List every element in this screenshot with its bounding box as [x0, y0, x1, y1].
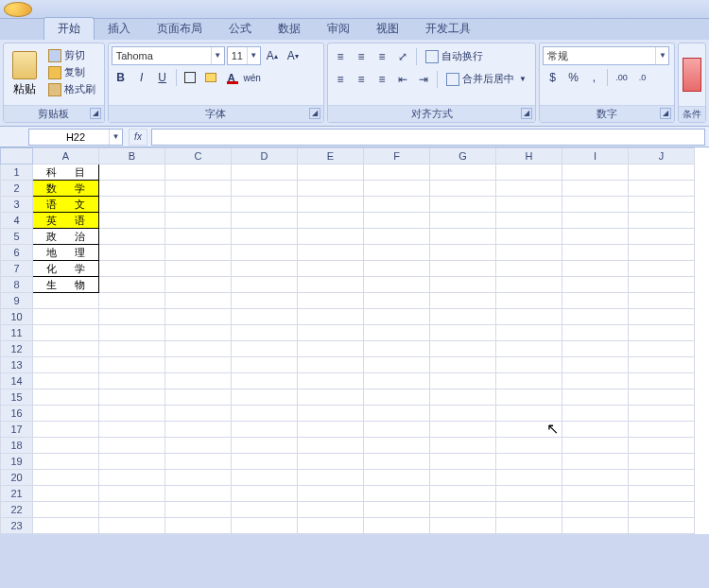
cell-A5[interactable]: 政 治	[33, 229, 99, 245]
cell-B7[interactable]	[99, 261, 165, 277]
cell-F23[interactable]	[364, 518, 430, 534]
cell-D15[interactable]	[232, 389, 298, 406]
cell-E14[interactable]	[298, 373, 364, 389]
cell-A23[interactable]	[33, 518, 99, 534]
cell-C3[interactable]	[165, 197, 232, 213]
row-header-10[interactable]: 10	[1, 309, 33, 325]
cell-F10[interactable]	[364, 309, 430, 325]
cell-G5[interactable]	[430, 229, 496, 245]
cell-C16[interactable]	[165, 406, 232, 422]
cell-G18[interactable]	[430, 438, 496, 454]
row-header-16[interactable]: 16	[1, 406, 33, 422]
cell-G2[interactable]	[430, 181, 496, 197]
row-header-3[interactable]: 3	[1, 197, 33, 213]
row-header-7[interactable]: 7	[1, 261, 33, 277]
cell-H10[interactable]	[496, 309, 562, 325]
cell-C5[interactable]	[165, 229, 232, 245]
tab-视图[interactable]: 视图	[363, 18, 412, 40]
cell-C1[interactable]	[165, 164, 232, 181]
cell-H3[interactable]	[496, 197, 562, 213]
wrap-text-button[interactable]: 自动换行	[421, 46, 488, 66]
dialog-launcher-icon[interactable]: ◢	[521, 108, 532, 119]
worksheet[interactable]: ABCDEFGHIJ1科 目2数 学3语 文4英 语5政 治6地 理7化 学8生…	[0, 147, 709, 534]
cell-A12[interactable]	[33, 341, 99, 357]
align-left-button[interactable]: ≡	[331, 70, 350, 89]
cell-H2[interactable]	[496, 181, 562, 197]
cell-D22[interactable]	[232, 502, 298, 518]
column-header-B[interactable]: B	[99, 148, 165, 164]
column-header-F[interactable]: F	[364, 148, 430, 164]
cell-F5[interactable]	[364, 229, 430, 245]
decrease-indent-button[interactable]: ⇤	[393, 70, 412, 89]
cell-A19[interactable]	[33, 454, 99, 470]
cell-I13[interactable]	[562, 357, 629, 373]
office-button[interactable]	[4, 2, 32, 17]
cell-B16[interactable]	[99, 406, 165, 422]
cell-G3[interactable]	[430, 197, 496, 213]
align-top-button[interactable]: ≡	[331, 47, 350, 66]
cell-F4[interactable]	[364, 213, 430, 229]
cell-D16[interactable]	[232, 406, 298, 422]
cell-B13[interactable]	[99, 357, 165, 373]
cell-A7[interactable]: 化 学	[33, 261, 99, 277]
cell-E2[interactable]	[298, 181, 364, 197]
cell-J16[interactable]	[629, 406, 695, 422]
cell-A13[interactable]	[33, 357, 99, 373]
cell-G16[interactable]	[430, 406, 496, 422]
tab-开发工具[interactable]: 开发工具	[412, 18, 484, 40]
column-header-A[interactable]: A	[33, 148, 99, 164]
cell-B22[interactable]	[99, 502, 165, 518]
cell-H15[interactable]	[496, 389, 562, 406]
cell-F18[interactable]	[364, 438, 430, 454]
cell-B9[interactable]	[99, 293, 165, 309]
cell-F12[interactable]	[364, 341, 430, 357]
border-button[interactable]	[181, 68, 199, 87]
cell-I11[interactable]	[562, 325, 629, 341]
cell-D23[interactable]	[232, 518, 298, 534]
cell-D19[interactable]	[232, 454, 298, 470]
select-all-corner[interactable]	[1, 148, 33, 164]
cell-C11[interactable]	[165, 325, 232, 341]
cell-F1[interactable]	[364, 164, 430, 181]
row-header-4[interactable]: 4	[1, 213, 33, 229]
row-header-9[interactable]: 9	[1, 293, 33, 309]
increase-decimal-button[interactable]: .00	[612, 68, 631, 87]
cell-B6[interactable]	[99, 245, 165, 261]
column-header-G[interactable]: G	[430, 148, 496, 164]
cell-E10[interactable]	[298, 309, 364, 325]
cell-A10[interactable]	[33, 309, 99, 325]
cell-G20[interactable]	[430, 470, 496, 486]
row-header-20[interactable]: 20	[1, 470, 33, 486]
cell-A14[interactable]	[33, 373, 99, 389]
row-header-21[interactable]: 21	[1, 486, 33, 502]
cell-D18[interactable]	[232, 438, 298, 454]
cell-E18[interactable]	[298, 438, 364, 454]
row-header-14[interactable]: 14	[1, 373, 33, 389]
row-header-22[interactable]: 22	[1, 502, 33, 518]
align-right-button[interactable]: ≡	[372, 70, 391, 89]
cell-B21[interactable]	[99, 486, 165, 502]
cell-H23[interactable]	[496, 518, 562, 534]
cell-C8[interactable]	[165, 277, 232, 293]
cell-E15[interactable]	[298, 389, 364, 406]
cell-D9[interactable]	[232, 293, 298, 309]
grow-font-button[interactable]: A▴	[263, 46, 282, 65]
comma-button[interactable]: ,	[584, 68, 603, 87]
cell-D4[interactable]	[232, 213, 298, 229]
cell-I8[interactable]	[562, 277, 629, 293]
cut-button[interactable]: 剪切	[45, 47, 98, 63]
cell-H5[interactable]	[496, 229, 562, 245]
cell-G22[interactable]	[430, 502, 496, 518]
column-header-D[interactable]: D	[232, 148, 298, 164]
cell-F19[interactable]	[364, 454, 430, 470]
cell-J18[interactable]	[629, 438, 695, 454]
cell-D7[interactable]	[232, 261, 298, 277]
row-header-17[interactable]: 17	[1, 422, 33, 438]
cell-G15[interactable]	[430, 389, 496, 406]
cell-A9[interactable]	[33, 293, 99, 309]
cell-H9[interactable]	[496, 293, 562, 309]
cell-H22[interactable]	[496, 502, 562, 518]
tab-审阅[interactable]: 审阅	[314, 18, 363, 40]
cell-A18[interactable]	[33, 438, 99, 454]
cell-D6[interactable]	[232, 245, 298, 261]
